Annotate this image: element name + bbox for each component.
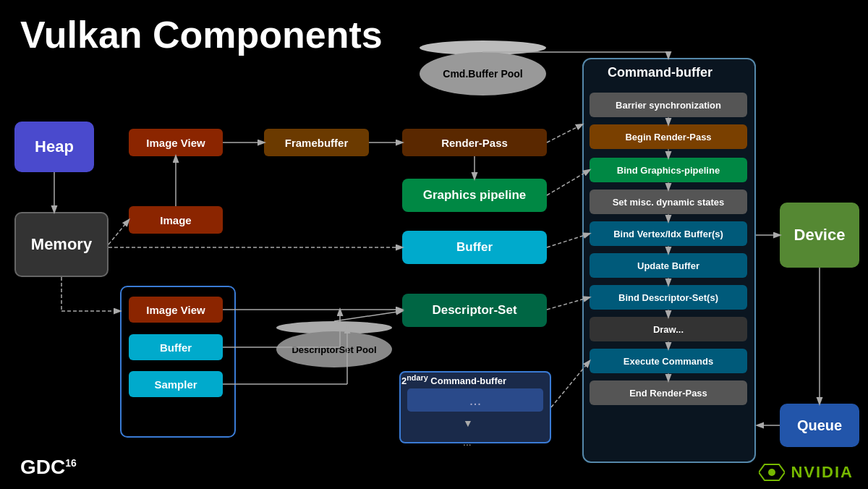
- nvidia-text: NVIDIA: [791, 463, 854, 482]
- heap-box: Heap: [14, 122, 94, 172]
- ds-pool-box: DescriptorSet Pool: [276, 331, 392, 367]
- command-buffer-title: Command-buffer: [608, 65, 712, 80]
- cmd-begin: Begin Render-Pass: [590, 124, 747, 149]
- cmd-bind-vtx: Bind Vertex/Idx Buffer(s): [590, 221, 747, 246]
- gdc-text: GDC: [20, 456, 65, 478]
- svg-line-14: [334, 311, 402, 321]
- buffer-bot-box: Buffer: [129, 334, 223, 360]
- device-box: Device: [780, 203, 859, 268]
- secondary-sup: ndary: [407, 373, 428, 382]
- queue-box: Queue: [780, 404, 859, 447]
- nvidia-eye-icon: [759, 463, 785, 482]
- page-title: Vulkan Components: [20, 13, 383, 56]
- nvidia-area: NVIDIA: [759, 463, 854, 482]
- secondary-cmd-dots2: ...: [463, 436, 472, 448]
- gdc-logo: GDC16: [20, 456, 77, 479]
- memory-box: Memory: [14, 212, 109, 277]
- cmd-update-buf: Update Buffer: [590, 253, 747, 278]
- cmd-end: End Render-Pass: [590, 380, 747, 405]
- descriptor-set-box: Descriptor-Set: [402, 294, 547, 327]
- cmd-pool-box: Cmd.Buffer Pool: [420, 52, 546, 95]
- framebuffer-box: Framebuffer: [264, 129, 369, 156]
- image-view-top-box: Image View: [129, 129, 223, 156]
- cmd-bind-gfx: Bind Graphics-pipeline: [590, 158, 747, 182]
- cmd-bind-desc: Bind Descriptor-Set(s): [590, 285, 747, 310]
- cmd-dynamic: Set misc. dynamic states: [590, 190, 747, 214]
- sampler-box: Sampler: [129, 371, 223, 397]
- cmd-draw: Draw...: [590, 317, 747, 341]
- svg-line-1: [109, 220, 129, 244]
- image-box: Image: [129, 206, 223, 234]
- render-pass-box: Render-Pass: [402, 129, 547, 156]
- gdc-sup: 16: [65, 457, 77, 469]
- graphics-pipeline-box: Graphics pipeline: [402, 179, 547, 212]
- secondary-cmd-label: 2ndary Command-buffer: [401, 373, 506, 386]
- image-view-bot-box: Image View: [129, 297, 223, 323]
- cmd-barrier: Barrier synchronization: [590, 93, 747, 117]
- buffer-main-box: Buffer: [402, 231, 547, 264]
- svg-point-35: [768, 469, 775, 476]
- cmd-exec: Execute Commands: [590, 349, 747, 373]
- secondary-cmd-dots: ▼: [463, 417, 473, 429]
- svg-line-17: [547, 124, 582, 143]
- secondary-cmd-inner: ...: [407, 388, 543, 412]
